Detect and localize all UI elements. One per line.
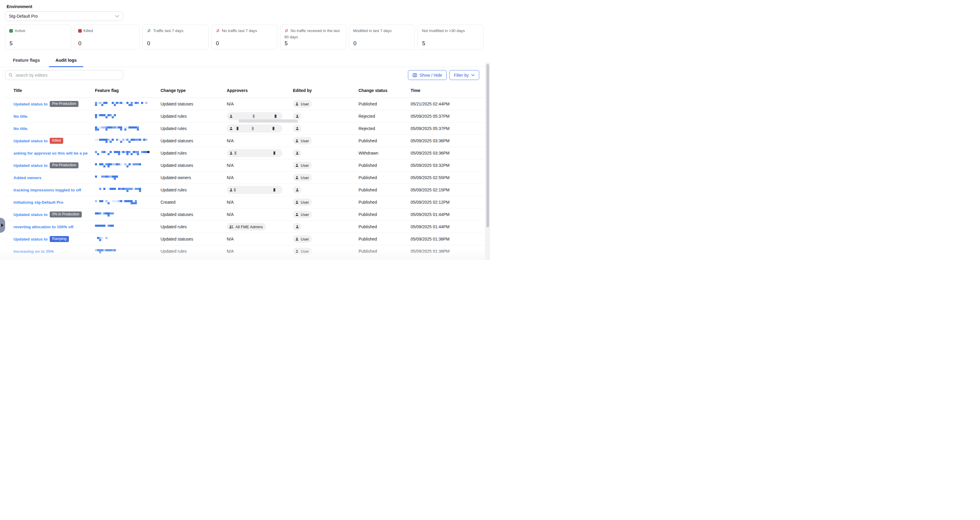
pixel <box>95 126 97 129</box>
tab-audit-logs[interactable]: Audit logs <box>56 55 77 67</box>
pixel <box>130 200 133 202</box>
audit-title-link[interactable]: Updated status to0% in Production <box>13 211 82 218</box>
pixel <box>116 126 118 129</box>
pixel <box>130 163 133 165</box>
approvers-cell: All FME Admins <box>227 223 266 231</box>
person-icon <box>229 188 233 192</box>
stat-card: Modified in last 7 days0 <box>349 25 415 50</box>
audit-title-text: Updated status to <box>13 139 48 143</box>
pixel <box>145 102 147 104</box>
pixel <box>97 249 99 251</box>
status-badge: Pre-Production <box>50 101 78 107</box>
audit-title-text: increasing on to 25% <box>13 249 54 254</box>
audit-title-link[interactable]: reverting allocation to 100% off <box>13 225 73 229</box>
pixel <box>108 225 110 227</box>
audit-title-link[interactable]: tracking impressions toggled to off <box>13 188 81 192</box>
approvers-cell: N/A <box>227 138 234 143</box>
pixel <box>137 102 139 104</box>
pixel <box>95 249 97 251</box>
scrollbar-thumb[interactable] <box>487 64 489 227</box>
feature-flag-redacted-pixels <box>95 225 114 229</box>
audit-title-link[interactable]: initializing stg-Default Pro <box>13 200 64 205</box>
show-hide-columns-button[interactable]: Show / Hide <box>408 70 447 80</box>
arrows-red-icon <box>216 29 220 35</box>
editor-user-chip: User <box>293 137 312 145</box>
pixel <box>97 129 99 130</box>
time-cell: 05/21/2025 02:44PM <box>410 102 450 107</box>
stat-card-label: No traffic last 7 days <box>216 28 274 35</box>
person-icon <box>295 151 299 155</box>
feature-flag-redacted-pixels <box>95 114 116 118</box>
editor-user-label: User <box>301 163 309 168</box>
pixel <box>122 151 124 153</box>
audit-title-link[interactable]: Updated status toPre-Production <box>13 162 78 169</box>
pixel <box>124 151 126 153</box>
pixel <box>116 139 118 141</box>
scrollbar-track[interactable] <box>485 62 490 260</box>
search-box[interactable] <box>5 70 123 80</box>
sidebar-expand-toggle[interactable] <box>0 218 5 233</box>
editor-user-chip: User <box>293 211 312 218</box>
pixel <box>99 200 101 202</box>
audit-logs-page: Environment Stg-Default Pro Active5Kille… <box>0 0 490 260</box>
pixel <box>135 126 137 129</box>
pixel <box>105 200 108 202</box>
edited-by-cell: User <box>293 137 312 145</box>
search-icon <box>8 73 13 77</box>
change-status-cell: Published <box>358 138 377 143</box>
pixel <box>101 139 103 141</box>
pixel <box>103 114 105 116</box>
approvers-cell <box>227 125 282 133</box>
audit-title-link[interactable]: Updated status toKilled <box>13 138 63 144</box>
pixel <box>95 116 97 118</box>
columns-icon <box>412 73 417 78</box>
pixel <box>143 139 145 141</box>
audit-title-link[interactable]: Added owners <box>13 175 41 180</box>
time-cell: 05/09/2025 03:36PM <box>410 138 450 143</box>
pixel <box>105 141 108 143</box>
pixel <box>126 126 129 129</box>
filter-by-button[interactable]: Filter by <box>449 70 479 80</box>
pixel <box>101 249 103 251</box>
pixel <box>101 126 103 129</box>
pixel <box>130 126 133 129</box>
stat-card-label: Traffic last 7 days <box>147 28 205 35</box>
pixel <box>101 212 103 215</box>
column-header-change-status: Change status <box>358 88 387 93</box>
pixel <box>110 151 112 153</box>
pixel <box>97 102 99 104</box>
pixel <box>101 151 103 153</box>
search-input[interactable] <box>15 73 120 78</box>
edited-by-cell <box>293 186 301 194</box>
pixel <box>120 163 122 165</box>
pixel <box>118 153 120 155</box>
person-icon <box>229 127 233 130</box>
stat-card: Active5 <box>5 25 71 50</box>
audit-title-link[interactable]: asking for approval so this will be a pe <box>13 151 88 156</box>
edited-by-cell: User <box>293 174 312 181</box>
pixel <box>120 141 122 143</box>
editor-user-label: User <box>301 200 309 205</box>
pixel <box>112 163 114 165</box>
pixel <box>118 188 120 190</box>
toolbar: Show / Hide Filter by <box>5 70 479 80</box>
pixel <box>133 163 135 165</box>
environment-select[interactable]: Stg-Default Pro <box>5 11 123 21</box>
pixel <box>126 190 129 192</box>
stat-card: Traffic last 7 days0 <box>143 25 209 50</box>
audit-title-link[interactable]: No title. <box>13 114 29 119</box>
tab-feature-flags[interactable]: Feature flags <box>13 55 40 67</box>
pixel <box>116 102 118 104</box>
pixel <box>108 249 110 251</box>
audit-title-link[interactable]: Updated status toPre-Production <box>13 101 78 107</box>
pixel <box>114 104 116 106</box>
change-type-cell: Updated rules <box>161 188 186 192</box>
audit-title-link[interactable]: Updated status toRamping <box>13 236 69 242</box>
pixel <box>101 104 103 106</box>
table-row: No title.Updated rulesRejected05/09/2025… <box>5 122 484 135</box>
pixel <box>130 188 133 190</box>
audit-title-link[interactable]: increasing on to 25% <box>13 249 54 254</box>
audit-title-link[interactable]: No title. <box>13 126 29 131</box>
pixel <box>99 163 101 165</box>
stat-card-label: No traffic received in the last 90 days <box>284 28 342 40</box>
